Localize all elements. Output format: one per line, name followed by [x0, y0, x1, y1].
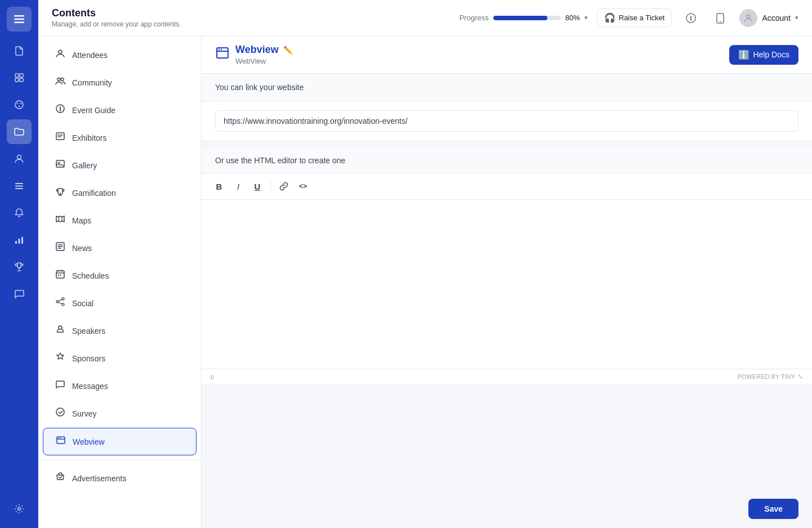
nav-grid[interactable]	[7, 65, 32, 90]
nav-chart[interactable]	[7, 227, 32, 252]
svg-point-11	[17, 155, 21, 159]
progress-label: Progress	[459, 14, 489, 22]
svg-point-41	[218, 49, 220, 50]
sidebar-item-speakers[interactable]: Speakers	[43, 317, 197, 344]
page-header-left: Webview ✏️ WebView	[215, 44, 293, 65]
sidebar-item-exhibitors[interactable]: Exhibitors	[43, 124, 197, 151]
community-icon	[54, 76, 66, 89]
svg-rect-28	[56, 160, 64, 167]
sidebar-maps-label: Maps	[72, 216, 91, 225]
page-title: Webview	[235, 44, 279, 56]
html-editor-header: Or use the HTML editor to create one	[202, 148, 812, 173]
svg-point-38	[58, 437, 59, 438]
sidebar-item-news[interactable]: News	[43, 235, 197, 261]
svg-rect-14	[15, 188, 23, 189]
svg-rect-16	[19, 239, 20, 244]
event-guide-icon	[54, 104, 66, 117]
page-header-text: Webview ✏️ WebView	[235, 44, 293, 65]
link-section-header: You can link your website	[202, 74, 812, 101]
messages-icon	[54, 379, 66, 392]
sidebar-survey-label: Survey	[72, 409, 97, 418]
sidebar-item-gamification[interactable]: Gamification	[43, 180, 197, 206]
bold-button[interactable]: B	[211, 178, 227, 195]
sidebar-item-webview[interactable]: Webview	[43, 428, 197, 455]
mobile-icon-button[interactable]	[710, 8, 730, 28]
sidebar-item-survey[interactable]: Survey	[43, 400, 197, 427]
account-chevron-icon: ▾	[795, 14, 798, 21]
save-button[interactable]: Save	[748, 499, 798, 519]
svg-rect-6	[20, 78, 23, 82]
svg-rect-13	[15, 186, 23, 187]
editor-footer: p POWERED BY TINY ⤡	[202, 369, 812, 384]
sidebar-advertisements-label: Advertisements	[72, 474, 126, 483]
nav-list[interactable]	[7, 173, 32, 198]
sidebar-item-event-guide[interactable]: Event Guide	[43, 97, 197, 123]
svg-rect-27	[56, 133, 64, 140]
page-content: Webview ✏️ WebView ℹ️ Help Docs You can …	[202, 36, 812, 528]
survey-icon	[54, 407, 66, 420]
svg-point-8	[17, 103, 18, 104]
resize-icon[interactable]: ⤡	[797, 373, 803, 381]
nav-chat[interactable]	[7, 281, 32, 306]
progress-chevron-icon[interactable]: ▾	[585, 14, 588, 21]
svg-point-32	[62, 298, 64, 300]
editor-toolbar: B I U <>	[202, 173, 812, 200]
nav-document[interactable]	[7, 38, 32, 63]
help-docs-button[interactable]: ℹ️ Help Docs	[729, 45, 798, 65]
gamification-icon	[54, 186, 66, 199]
svg-rect-4	[20, 74, 23, 77]
sidebar-item-maps[interactable]: Maps	[43, 207, 197, 234]
sidebar-item-advertisements[interactable]: Advertisements	[43, 465, 197, 491]
sidebar-item-sponsors[interactable]: Sponsors	[43, 345, 197, 372]
nav-palette[interactable]	[7, 92, 32, 117]
svg-rect-5	[15, 78, 19, 82]
sidebar-item-gallery[interactable]: Gallery	[43, 152, 197, 178]
svg-rect-15	[15, 241, 17, 244]
advertisements-icon	[54, 472, 66, 485]
sidebar-item-messages[interactable]: Messages	[43, 373, 197, 399]
sidebar-item-schedules[interactable]: Schedules	[43, 262, 197, 289]
svg-point-18	[18, 508, 21, 511]
sidebar-item-community[interactable]: Community	[43, 69, 197, 96]
svg-point-33	[56, 301, 59, 303]
attendees-icon	[54, 48, 66, 61]
header-title: Contents	[52, 7, 459, 19]
speakers-icon	[54, 324, 66, 337]
nav-person[interactable]	[7, 146, 32, 171]
account-button[interactable]: Account ▾	[739, 9, 798, 27]
nav-folder[interactable]	[7, 119, 32, 144]
account-avatar	[739, 9, 757, 27]
edit-title-icon[interactable]: ✏️	[283, 46, 293, 55]
account-label: Account	[762, 14, 791, 23]
editor-body[interactable]	[202, 200, 812, 369]
nav-logo[interactable]	[7, 7, 32, 32]
nav-settings[interactable]	[7, 496, 32, 521]
page-subtitle: WebView	[235, 57, 293, 65]
link-button[interactable]	[275, 178, 292, 195]
link-section: You can link your website	[202, 74, 812, 141]
svg-point-39	[60, 437, 61, 438]
save-row: Save	[202, 490, 812, 528]
svg-point-36	[56, 408, 64, 416]
sidebar-item-social[interactable]: Social	[43, 290, 197, 316]
progress-pct: 80%	[565, 14, 580, 22]
gallery-icon	[54, 159, 66, 172]
page-header: Webview ✏️ WebView ℹ️ Help Docs	[202, 36, 812, 74]
raise-ticket-button[interactable]: 🎧 Raise a Ticket	[597, 8, 672, 27]
info-icon-button[interactable]	[681, 8, 701, 28]
url-input[interactable]	[215, 110, 798, 132]
main-wrapper: Contents Manage, add or remove your app …	[38, 0, 812, 528]
icon-nav	[0, 0, 38, 528]
nav-bell[interactable]	[7, 200, 32, 225]
schedules-icon	[54, 269, 66, 282]
url-input-row	[202, 101, 812, 141]
svg-rect-1	[14, 19, 24, 20]
code-button[interactable]: <>	[295, 178, 311, 195]
underline-button[interactable]: U	[249, 178, 266, 195]
sidebar-divider	[38, 460, 201, 460]
header-subtitle: Manage, add or remove your app contents.	[52, 20, 459, 28]
nav-trophy[interactable]	[7, 254, 32, 279]
italic-button[interactable]: I	[230, 178, 247, 195]
exhibitors-icon	[54, 131, 66, 144]
sidebar-item-attendees[interactable]: Attendees	[43, 42, 197, 68]
